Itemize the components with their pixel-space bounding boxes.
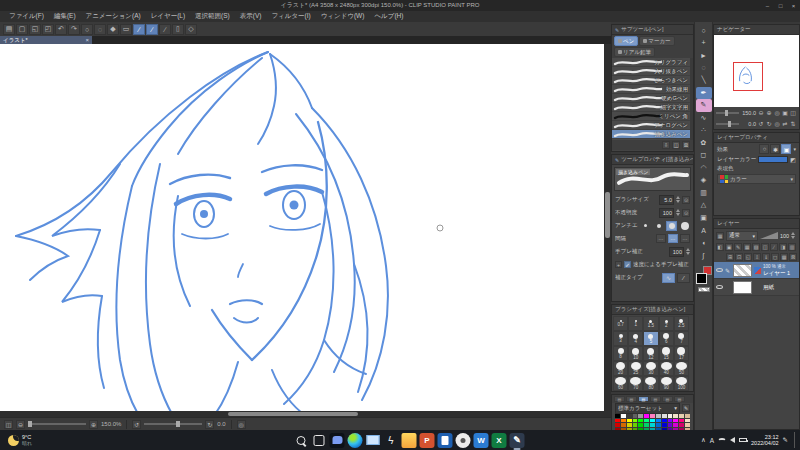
deselect[interactable]: ○ — [81, 24, 93, 35]
color-swatch[interactable] — [627, 414, 632, 418]
layer-thumbnail[interactable] — [733, 281, 752, 294]
notebook-app[interactable] — [438, 433, 453, 448]
layer-row[interactable]: ✎ 用紙 — [714, 279, 799, 296]
brush-size-cell[interactable]: 30 — [643, 361, 658, 376]
color-swatch[interactable] — [656, 419, 661, 423]
ruler-range[interactable]: ∕ — [770, 243, 778, 251]
tool-property-header[interactable]: ✎ツールプロパティ[描き込みペン] — [612, 155, 693, 165]
color-swatch[interactable] — [644, 419, 649, 423]
pen-tool[interactable]: ✒ — [696, 87, 712, 100]
subtool-item[interactable]: 硬めGペン — [612, 94, 690, 103]
rotate-left[interactable]: ↺ — [757, 120, 765, 128]
material-palette[interactable]: ▯ — [172, 24, 184, 35]
color-swatch[interactable] — [621, 423, 626, 427]
draft-layer[interactable]: ✎ — [734, 243, 742, 251]
layer-color-effect[interactable]: ▣ — [781, 144, 791, 154]
balloon-tool[interactable]: ◖ — [696, 237, 712, 250]
reset-view-icon[interactable]: ◎ — [237, 420, 246, 429]
brush-size-cell[interactable]: 17 — [674, 346, 689, 361]
fit-window[interactable]: ◫ — [789, 109, 797, 117]
brush-size-cell[interactable]: 50 — [674, 361, 689, 376]
color-swatch[interactable] — [685, 414, 690, 418]
color-slider-tab[interactable]: ▤ — [626, 396, 637, 402]
brush-size-cell[interactable]: 3 — [613, 331, 628, 346]
stabilization-value[interactable]: 100 — [669, 247, 684, 257]
task-view[interactable] — [312, 433, 327, 448]
text-tool[interactable]: A — [696, 224, 712, 237]
expression-color-select[interactable]: カラー ▾ — [717, 174, 796, 184]
menu-item[interactable]: ヘルプ(H) — [369, 12, 408, 21]
gradient-tool[interactable]: ▥ — [696, 187, 712, 200]
edge[interactable] — [348, 433, 363, 448]
brush-size-cell[interactable]: 6 — [659, 331, 674, 346]
brush-size-cell[interactable]: 4 — [628, 331, 643, 346]
brush-size-cell[interactable]: 60 — [613, 376, 628, 391]
canvas[interactable] — [0, 44, 604, 417]
subtool-group-tab[interactable]: マーカー — [639, 36, 674, 46]
lock-transparent-pixels[interactable]: ▨ — [752, 243, 760, 251]
brush-size-cell[interactable]: 2.5 — [674, 316, 689, 331]
flip-vertical[interactable]: ⇅ — [789, 120, 797, 128]
zoom-tool[interactable]: ○ — [696, 24, 712, 37]
swap-colors-icon[interactable]: ◩ — [790, 156, 796, 163]
color-swatch[interactable] — [673, 414, 678, 418]
ime-indicator[interactable]: A — [710, 437, 714, 444]
approximate-color-tab[interactable]: ▤ — [662, 396, 673, 402]
brush-size-cell[interactable]: 80 — [643, 376, 658, 391]
excel[interactable]: X — [492, 433, 507, 448]
menu-item[interactable]: フィルター(I) — [266, 12, 315, 21]
subtool-item[interactable]: 効果線用 — [612, 85, 690, 94]
navigator-zoom-slider[interactable] — [716, 112, 739, 114]
decoration-tool[interactable]: ✿ — [696, 137, 712, 150]
enable-mask[interactable]: ◫ — [761, 243, 769, 251]
subtool-group-tab[interactable]: ペン — [614, 36, 638, 46]
antialias-middle[interactable] — [666, 221, 677, 231]
brush-size-cell[interactable]: 1.5 — [643, 316, 658, 331]
reset-rotation[interactable]: ◎ — [773, 120, 781, 128]
brush-tool[interactable]: ∿ — [696, 112, 712, 125]
brush-size-cell[interactable]: 12 — [643, 346, 658, 361]
eraser-tool[interactable]: ◻ — [696, 149, 712, 162]
frame-border[interactable]: ▭ — [120, 24, 132, 35]
subtool-item[interactable]: 細字文字用 — [612, 103, 690, 112]
color-swatch[interactable] — [656, 423, 661, 427]
color-swatch[interactable] — [673, 423, 678, 427]
zoom-out[interactable]: ⊖ — [757, 109, 765, 117]
open-file[interactable]: ◱ — [29, 24, 41, 35]
color-swatch[interactable] — [662, 423, 667, 427]
rotate-right[interactable]: ↻ — [765, 120, 773, 128]
undo[interactable]: ↶ — [55, 24, 67, 35]
start[interactable] — [276, 433, 291, 448]
layer-color-toggle[interactable]: ◨ — [779, 243, 787, 251]
show-desktop-strip[interactable] — [794, 432, 796, 448]
menu-item[interactable]: アニメーション(A) — [81, 12, 146, 21]
canvas-tab[interactable]: イラスト* × — [0, 36, 92, 44]
color-history-tab[interactable]: ▤ — [674, 396, 685, 402]
brush-size-cell[interactable]: 1 — [628, 316, 643, 331]
intermediate-color-tab[interactable]: ▤ — [650, 396, 661, 402]
color-set-tab[interactable]: ▤ — [638, 396, 649, 402]
antialias-none[interactable] — [640, 221, 651, 231]
flip-horizontal[interactable]: ⇄ — [781, 120, 789, 128]
word[interactable]: W — [474, 433, 489, 448]
menu-item[interactable]: ウィンドウ(W) — [316, 12, 370, 21]
brush-size-stepper[interactable] — [676, 196, 680, 203]
zoom-slider[interactable] — [28, 423, 86, 425]
volume-icon[interactable] — [730, 437, 735, 443]
save-file[interactable]: ◰ — [42, 24, 54, 35]
rotate-slider[interactable] — [144, 423, 202, 425]
brush-size-cell[interactable]: 8 — [613, 346, 628, 361]
transparent-color-swatch[interactable] — [698, 287, 710, 292]
color-swatch[interactable] — [627, 419, 632, 423]
fill-tool[interactable]: ◈ — [696, 174, 712, 187]
brush-size-panel-header[interactable]: ブラシサイズ[描き込みペン] — [612, 305, 693, 315]
hidden-icons-chevron[interactable]: ∧ — [701, 436, 706, 444]
fill[interactable]: ◆ — [107, 24, 119, 35]
layer-property-header[interactable]: レイヤープロパティ — [714, 133, 799, 143]
merge-with-below[interactable]: ⇓ — [762, 253, 770, 261]
move-tool[interactable]: + — [696, 37, 712, 50]
brush-size-cell[interactable]: 100 — [674, 376, 689, 391]
color-swatch[interactable] — [627, 423, 632, 427]
pressure-settings-icon[interactable]: ⊙ — [682, 196, 690, 204]
tone-effect[interactable]: ✱ — [770, 144, 780, 154]
